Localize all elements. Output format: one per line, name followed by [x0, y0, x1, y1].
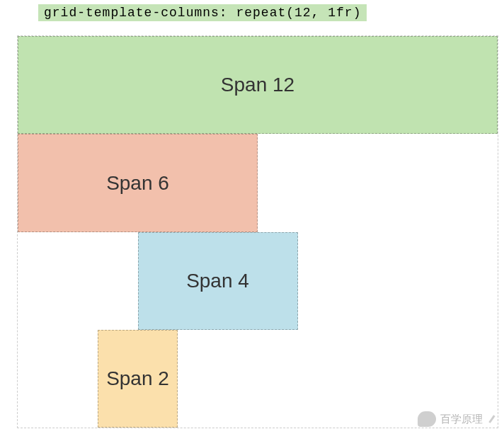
grid-cell-span-12: Span 12	[18, 36, 498, 134]
grid-cell-span-2: Span 2	[98, 330, 178, 428]
grid-cell-span-4: Span 4	[138, 232, 298, 330]
css-code-strip: grid-template-columns: repeat(12, 1fr)	[38, 4, 367, 21]
grid-canvas: Span 12 Span 6 Span 4 Span 2	[17, 35, 498, 428]
wechat-icon	[418, 411, 436, 427]
watermark: 百学原理	[418, 411, 497, 427]
pen-icon	[487, 414, 497, 424]
watermark-label: 百学原理	[440, 413, 483, 426]
grid-cell-span-6: Span 6	[18, 134, 258, 231]
